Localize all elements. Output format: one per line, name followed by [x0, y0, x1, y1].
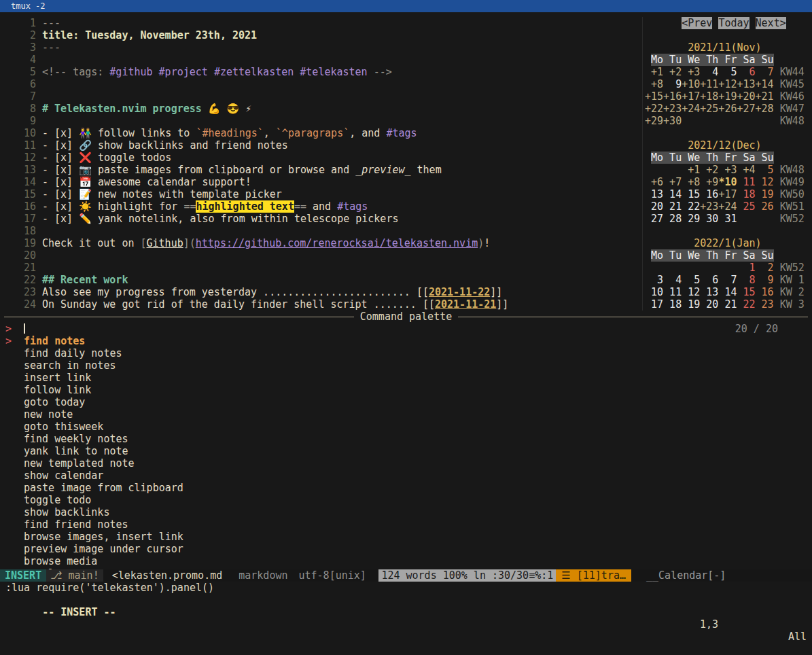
editor-line[interactable]: 22## Recent work	[5, 274, 642, 286]
text	[645, 237, 694, 249]
palette-item[interactable]: new note	[0, 408, 812, 421]
editor-line[interactable]: 4	[5, 54, 642, 66]
calendar-sunday[interactable]: 7	[756, 66, 774, 78]
editor-line[interactable]: 23Also see my progress from yesterday ..…	[5, 286, 642, 298]
editor-line[interactable]: 3---	[5, 41, 642, 54]
calendar-day[interactable]: 13 14 15 16	[645, 188, 718, 200]
calendar-sunday[interactable]: 12	[756, 176, 774, 188]
hashtag: #tags	[386, 127, 417, 139]
palette-item[interactable]: goto today	[0, 396, 812, 408]
line-content	[36, 90, 42, 103]
calendar-next-button[interactable]: Next>	[756, 17, 786, 29]
editor-line[interactable]: 16- [x] ☀️ highlight for ==highlighted t…	[5, 200, 642, 213]
editor-line[interactable]: 11- [x] 🔗 show backlinks and friend note…	[5, 139, 642, 152]
wikilink[interactable]: 2021-11-21	[435, 298, 496, 311]
calendar-day-with-note[interactable]: +8	[645, 78, 663, 90]
editor-line[interactable]: 2title: Tuesday, November 23th, 2021	[5, 29, 642, 41]
editor-line[interactable]: 15- [x] 📝 new notes with template picker	[5, 188, 642, 200]
editor-line[interactable]: 20	[5, 249, 642, 262]
calendar-day[interactable]: 20 21 22	[645, 200, 700, 213]
palette-item[interactable]: goto thisweek	[0, 421, 812, 433]
calendar-pane[interactable]: <Prev Today Next> 2021/11(Nov) Mo Tu We …	[642, 17, 812, 311]
editor-line[interactable]: 17- [x] ✏️ yank notelink, also from with…	[5, 213, 642, 225]
editor-line[interactable]: 5<!-- tags: #github #project #zettelkast…	[5, 66, 642, 78]
editor-line[interactable]: 24On Sunday we got rid of the daily find…	[5, 298, 642, 311]
ruler-line: -- INSERT -- 1,3 All	[0, 594, 812, 655]
palette-item[interactable]: insert link	[0, 372, 812, 384]
calendar-day-with-note[interactable]: +1 +2 +3	[645, 66, 700, 78]
palette-item[interactable]: follow link	[0, 384, 812, 396]
calendar-day-with-note[interactable]: +22+23+24+25+26+27+28	[645, 103, 774, 115]
palette-item[interactable]: yank link to note	[0, 445, 812, 457]
palette-item[interactable]: search in notes	[0, 359, 812, 372]
editor-line[interactable]: 6	[5, 78, 642, 90]
calendar-day-with-note[interactable]: +6 +7 +8 +9	[645, 176, 718, 188]
editor-line[interactable]: 1---	[5, 17, 642, 29]
palette-item[interactable]: find friend notes	[0, 518, 812, 531]
calendar-day-with-note[interactable]: +29+30	[645, 115, 682, 127]
palette-item[interactable]: browse images, insert link	[0, 531, 812, 543]
editor-line[interactable]: 12- [x] ❌ toggle todos	[5, 152, 642, 164]
palette-item[interactable]: browse media	[0, 555, 812, 567]
palette-prompt-row[interactable]: > 20 / 20	[0, 323, 812, 335]
calendar-day-with-note[interactable]: +23+24	[700, 200, 737, 213]
calendar-saturday[interactable]: 22	[737, 298, 755, 311]
calendar-sunday[interactable]: 19	[756, 188, 774, 200]
text-cursor[interactable]	[24, 323, 25, 334]
palette-item[interactable]: show backlinks	[0, 506, 812, 518]
palette-item[interactable]: find daily notes	[0, 347, 812, 359]
calendar-sunday[interactable]: 16	[756, 286, 774, 298]
text	[774, 90, 780, 103]
calendar-day[interactable]: 10 11 12 13 14	[645, 286, 737, 298]
calendar-day-with-note[interactable]: +10+11+12+13+14	[682, 78, 773, 90]
editor-pane[interactable]: 1---2title: Tuesday, November 23th, 2021…	[0, 17, 642, 311]
editor-line[interactable]: 14- [x] 📅 awesome calendar support!	[5, 176, 642, 188]
calendar-day[interactable]: 3 4 5 6 7	[645, 274, 737, 286]
wikilink[interactable]: 2021-11-22	[429, 286, 490, 298]
calendar-saturday[interactable]: 1	[737, 262, 755, 274]
calendar-sunday[interactable]: 5	[756, 164, 774, 176]
calendar-week-number: KW47	[780, 103, 805, 115]
link-url[interactable]: https://github.com/renerocksai/telekaste…	[196, 237, 478, 249]
palette-item[interactable]: new templated note	[0, 457, 812, 470]
calendar-sunday[interactable]: 23	[756, 298, 774, 311]
calendar-saturday[interactable]: 8	[737, 274, 755, 286]
editor-line[interactable]: 13- [x] 📷 paste images from clipboard or…	[5, 164, 642, 176]
calendar-today[interactable]: *10	[718, 176, 737, 188]
calendar-prev-button[interactable]: <Prev	[682, 17, 712, 29]
text	[294, 66, 300, 78]
calendar-day-with-note[interactable]: +17	[718, 188, 737, 200]
editor-line[interactable]: 8# Telekasten.nvim progress 💪 😎 ⚡	[5, 103, 642, 115]
calendar-day[interactable]: 27 28 29 30 31	[645, 213, 737, 225]
editor-line[interactable]: 9	[5, 115, 642, 127]
calendar-saturday[interactable]: 15	[737, 286, 755, 298]
calendar-sunday[interactable]: 9	[756, 274, 774, 286]
editor-line[interactable]: 10- [x] 👫 follow links to `#headings`, `…	[5, 127, 642, 139]
palette-item[interactable]: preview image under cursor	[0, 543, 812, 555]
palette-item[interactable]: find weekly notes	[0, 433, 812, 445]
calendar-sunday[interactable]: 26	[756, 200, 774, 213]
editor-line[interactable]: 18	[5, 225, 642, 237]
palette-item[interactable]: toggle todo	[0, 494, 812, 506]
calendar-day-with-note[interactable]: +15+16+17+18+19+20+21	[645, 90, 774, 103]
editor-line[interactable]: 19Check it out on [Github](https://githu…	[5, 237, 642, 249]
github-link[interactable]: Github	[147, 237, 183, 249]
command-line[interactable]: :lua require('telekasten').panel()	[0, 582, 812, 594]
palette-item[interactable]: show calendar	[0, 470, 812, 482]
calendar-saturday[interactable]: 18	[737, 188, 755, 200]
tmux-titlebar: tmux -2	[0, 0, 812, 12]
calendar-saturday[interactable]: 11	[737, 176, 755, 188]
editor-line[interactable]: 21	[5, 262, 642, 274]
calendar-day[interactable]: 17 18 19 20 21	[645, 298, 737, 311]
palette-selected-row[interactable]: > find notes	[0, 335, 812, 347]
calendar-saturday[interactable]: 25	[737, 200, 755, 213]
calendar-day[interactable]: 9	[663, 78, 682, 90]
selected-item[interactable]: find notes	[24, 335, 85, 347]
calendar-saturday[interactable]: 6	[737, 66, 755, 78]
calendar-day[interactable]: 4 5	[700, 66, 737, 78]
calendar-today-button[interactable]: Today	[718, 17, 749, 29]
calendar-day-with-note[interactable]: +1 +2 +3 +4	[682, 164, 755, 176]
calendar-sunday[interactable]: 2	[756, 262, 774, 274]
palette-item[interactable]: paste image from clipboard	[0, 482, 812, 494]
editor-line[interactable]: 7	[5, 90, 642, 103]
